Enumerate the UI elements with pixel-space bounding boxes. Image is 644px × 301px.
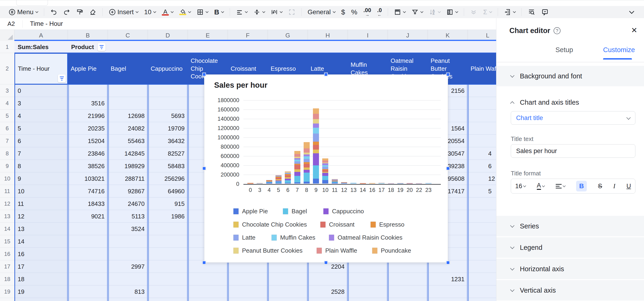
row-header-8[interactable]: 8 bbox=[0, 147, 14, 160]
section-vertical-axis[interactable]: Vertical axis bbox=[496, 280, 644, 300]
row-header-17[interactable]: 17 bbox=[0, 260, 14, 273]
column-header-F[interactable]: F bbox=[228, 30, 268, 41]
cell-row20[interactable] bbox=[68, 298, 108, 301]
cell-row20[interactable] bbox=[468, 298, 496, 301]
cell-L7[interactable] bbox=[468, 135, 496, 147]
cell-A5[interactable]: 4 bbox=[14, 110, 68, 122]
cell-L17[interactable] bbox=[468, 260, 496, 273]
cell-F19[interactable] bbox=[228, 285, 268, 298]
chart-title-dropdown[interactable]: Chart title bbox=[511, 111, 636, 125]
cell-row20[interactable] bbox=[228, 298, 268, 301]
cell-style-button[interactable] bbox=[392, 8, 407, 17]
row-header-2[interactable]: 2 bbox=[0, 53, 14, 84]
filter-icon[interactable] bbox=[98, 43, 106, 51]
cell-C15[interactable] bbox=[108, 235, 148, 248]
row-header-13[interactable]: 13 bbox=[0, 210, 14, 223]
cell-D4[interactable] bbox=[148, 97, 188, 110]
cell-D13[interactable]: 1986 bbox=[148, 210, 188, 223]
cell-K18[interactable]: 1231 bbox=[428, 273, 468, 285]
row-header-3[interactable]: 3 bbox=[0, 84, 14, 97]
cell-row20[interactable] bbox=[188, 298, 228, 301]
cell-C6[interactable]: 24082 bbox=[108, 122, 148, 135]
header-cell-C2[interactable]: Bagel bbox=[108, 53, 148, 84]
sum-button[interactable]: Σ bbox=[481, 8, 493, 17]
chart-resize-handle[interactable] bbox=[202, 167, 206, 170]
cell-L5[interactable] bbox=[468, 110, 496, 122]
cell-C18[interactable] bbox=[108, 273, 148, 285]
text-color-button[interactable]: A bbox=[160, 8, 175, 17]
header-cell-D2[interactable]: Cappuccino bbox=[148, 53, 188, 84]
cell-D18[interactable] bbox=[148, 273, 188, 285]
cell-B10[interactable]: 103021 bbox=[68, 172, 108, 185]
row-header-4[interactable]: 4 bbox=[0, 97, 14, 110]
format-bold-button[interactable]: B bbox=[576, 181, 587, 191]
number-format-dropdown[interactable]: General bbox=[306, 8, 337, 17]
cell-C17[interactable]: 2997 bbox=[108, 260, 148, 273]
row-header-19[interactable]: 19 bbox=[0, 285, 14, 298]
cell-D16[interactable] bbox=[148, 248, 188, 260]
cell-D12[interactable]: 915 bbox=[148, 197, 188, 210]
cell-a1[interactable]: Sum:Sales bbox=[14, 41, 68, 53]
cell-A3[interactable]: 0 bbox=[14, 84, 68, 97]
help-icon[interactable]: ? bbox=[554, 27, 560, 34]
cell-C16[interactable] bbox=[108, 248, 148, 260]
increase-decimal-button[interactable]: .00→ bbox=[362, 7, 373, 18]
cell-A8[interactable]: 7 bbox=[14, 147, 68, 160]
row-header-9[interactable]: 9 bbox=[0, 160, 14, 172]
section-chart-and-axis-titles[interactable]: Chart and axis titles bbox=[496, 92, 644, 113]
section-legend[interactable]: Legend bbox=[496, 237, 644, 258]
cell-B8[interactable]: 23846 bbox=[68, 147, 108, 160]
row-header-15[interactable]: 15 bbox=[0, 235, 14, 248]
insert-button[interactable]: Insert bbox=[107, 8, 140, 17]
menu-button[interactable]: Menu bbox=[6, 8, 40, 17]
cell-C12[interactable]: 24670 bbox=[108, 197, 148, 210]
filter-icon[interactable] bbox=[58, 74, 66, 82]
cell-reference-box[interactable]: A2 bbox=[0, 20, 22, 28]
cell-B7[interactable]: 15204 bbox=[68, 135, 108, 147]
cell-A16[interactable]: 16 bbox=[14, 248, 68, 260]
format-italic-button[interactable]: I bbox=[613, 183, 616, 190]
cell-A4[interactable]: 3 bbox=[14, 97, 68, 110]
cell-D15[interactable] bbox=[148, 235, 188, 248]
header-cell-B2[interactable]: Apple Pie bbox=[68, 53, 108, 84]
cell-L11[interactable]: 5 bbox=[468, 185, 496, 197]
redo-button[interactable] bbox=[62, 8, 72, 17]
paint-format-button[interactable] bbox=[74, 8, 85, 17]
cell-A12[interactable]: 11 bbox=[14, 197, 68, 210]
cell-row20[interactable] bbox=[148, 298, 188, 301]
conditional-format-button[interactable] bbox=[444, 8, 460, 17]
cell-A6[interactable]: 5 bbox=[14, 122, 68, 135]
row-header-6[interactable]: 6 bbox=[0, 122, 14, 135]
row-header-7[interactable]: 7 bbox=[0, 135, 14, 147]
chart-resize-handle[interactable] bbox=[202, 261, 206, 264]
search-button[interactable] bbox=[526, 8, 537, 17]
cell-A14[interactable]: 13 bbox=[14, 223, 68, 235]
cell-C14[interactable]: 3524 bbox=[108, 223, 148, 235]
cell-B17[interactable] bbox=[68, 260, 108, 273]
column-header-G[interactable]: G bbox=[268, 30, 308, 41]
cell-G18[interactable] bbox=[268, 273, 308, 285]
chart-resize-handle[interactable] bbox=[446, 73, 450, 76]
cell-B6[interactable]: 20235 bbox=[68, 122, 108, 135]
cell-L14[interactable] bbox=[468, 223, 496, 235]
borders-button[interactable] bbox=[195, 8, 210, 17]
chart-resize-handle[interactable] bbox=[202, 73, 206, 76]
vertical-align-button[interactable] bbox=[252, 8, 267, 17]
cell-B4[interactable]: 3516 bbox=[68, 97, 108, 110]
cell-C10[interactable]: 288711 bbox=[108, 172, 148, 185]
row-header-18[interactable]: 18 bbox=[0, 273, 14, 285]
cell-C13[interactable]: 5113 bbox=[108, 210, 148, 223]
column-header-C[interactable]: C bbox=[108, 30, 148, 41]
collapse-toolbar-button[interactable] bbox=[626, 7, 638, 17]
cell-L13[interactable] bbox=[468, 210, 496, 223]
cell-A18[interactable]: 18 bbox=[14, 273, 68, 285]
cell-A19[interactable]: 19 bbox=[14, 285, 68, 298]
cell-E18[interactable] bbox=[188, 273, 228, 285]
cell-L8[interactable]: 4 bbox=[468, 147, 496, 160]
bold-button[interactable]: B bbox=[212, 7, 226, 17]
cell-A10[interactable]: 9 bbox=[14, 172, 68, 185]
section-series[interactable]: Series bbox=[496, 216, 644, 236]
cell-B12[interactable]: 18433 bbox=[68, 197, 108, 210]
fill-color-button[interactable] bbox=[178, 8, 192, 16]
close-panel-button[interactable]: ✕ bbox=[630, 26, 638, 35]
